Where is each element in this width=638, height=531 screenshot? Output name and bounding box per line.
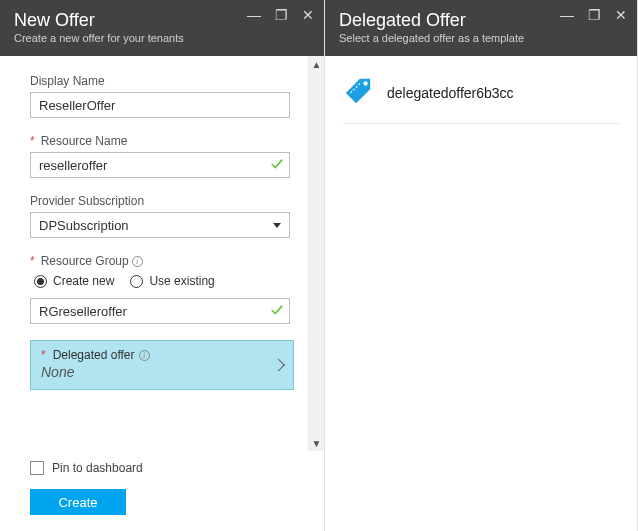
form-area: Display Name * Resource Name Pr	[0, 56, 308, 451]
delegated-offer-value: None	[41, 364, 283, 380]
new-offer-blade: New Offer Create a new offer for your te…	[0, 0, 325, 531]
radio-use-existing-label: Use existing	[149, 274, 214, 288]
radio-indicator-selected	[34, 275, 47, 288]
radio-create-new[interactable]: Create new	[34, 274, 114, 288]
info-icon[interactable]: i	[132, 256, 143, 267]
pin-checkbox[interactable]	[30, 461, 44, 475]
resource-name-input[interactable]	[30, 152, 290, 178]
display-name-label: Display Name	[30, 74, 288, 88]
header-controls: — ❐ ✕	[560, 8, 627, 22]
blade-body: Display Name * Resource Name Pr	[0, 56, 324, 451]
provider-subscription-label: Provider Subscription	[30, 194, 288, 208]
create-button[interactable]: Create	[30, 489, 126, 515]
price-tag-icon	[343, 76, 373, 109]
blade-subtitle: Select a delegated offer as a template	[339, 32, 623, 44]
pin-to-dashboard-row[interactable]: Pin to dashboard	[30, 461, 294, 475]
check-icon	[270, 303, 284, 320]
resource-group-label-text: Resource Group	[41, 254, 129, 268]
close-icon[interactable]: ✕	[302, 8, 314, 22]
delegated-offer-selector[interactable]: * Delegated offer i None	[30, 340, 294, 390]
resource-name-label-text: Resource Name	[41, 134, 128, 148]
resource-group-label: * Resource Group i	[30, 254, 288, 268]
delegated-offer-label-text: Delegated offer	[53, 348, 135, 362]
delegated-offer-blade: Delegated Offer Select a delegated offer…	[325, 0, 638, 531]
maximize-icon[interactable]: ❐	[275, 8, 288, 22]
delegated-offer-name: delegatedoffer6b3cc	[387, 85, 514, 101]
resource-group-radios: Create new Use existing	[34, 274, 288, 288]
scroll-down-icon[interactable]: ▼	[309, 435, 325, 451]
provider-subscription-value: DPSubscription	[39, 218, 129, 233]
radio-use-existing[interactable]: Use existing	[130, 274, 214, 288]
display-name-field: Display Name	[30, 74, 288, 118]
blade-body: delegatedoffer6b3cc	[325, 56, 637, 144]
required-asterisk: *	[30, 254, 35, 268]
blade-footer: Pin to dashboard Create	[0, 451, 324, 531]
info-icon[interactable]: i	[139, 350, 150, 361]
provider-subscription-select[interactable]: DPSubscription	[30, 212, 290, 238]
resource-name-label: * Resource Name	[30, 134, 288, 148]
close-icon[interactable]: ✕	[615, 8, 627, 22]
blade-header: Delegated Offer Select a delegated offer…	[325, 0, 637, 56]
radio-indicator	[130, 275, 143, 288]
provider-subscription-field: Provider Subscription DPSubscription	[30, 194, 288, 238]
header-controls: — ❐ ✕	[247, 8, 314, 22]
resource-name-field: * Resource Name	[30, 134, 288, 178]
resource-group-field: * Resource Group i Create new Use existi…	[30, 254, 288, 324]
radio-create-new-label: Create new	[53, 274, 114, 288]
svg-point-0	[363, 81, 367, 85]
blade-header: New Offer Create a new offer for your te…	[0, 0, 324, 56]
required-asterisk: *	[41, 348, 46, 362]
pin-label: Pin to dashboard	[52, 461, 143, 475]
display-name-input[interactable]	[30, 92, 290, 118]
check-icon	[270, 157, 284, 174]
scrollbar[interactable]: ▲ ▼	[308, 56, 324, 451]
minimize-icon[interactable]: —	[247, 8, 261, 22]
minimize-icon[interactable]: —	[560, 8, 574, 22]
delegated-offer-label: * Delegated offer i	[41, 348, 283, 362]
delegated-offer-item[interactable]: delegatedoffer6b3cc	[343, 76, 619, 124]
scroll-up-icon[interactable]: ▲	[309, 56, 325, 72]
required-asterisk: *	[30, 134, 35, 148]
resource-group-input[interactable]	[30, 298, 290, 324]
blade-subtitle: Create a new offer for your tenants	[14, 32, 310, 44]
maximize-icon[interactable]: ❐	[588, 8, 601, 22]
